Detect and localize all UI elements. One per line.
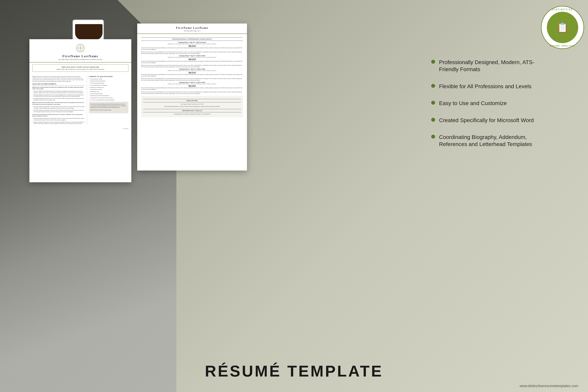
feature-bullet-4 xyxy=(431,118,435,122)
job-body-2b: Break up your text into very short parag… xyxy=(141,64,243,68)
job-body-4b: Break up your text into very short parag… xyxy=(141,91,243,94)
website-url: www.distinctiveresumetemplates.com xyxy=(520,384,578,388)
reason-text: The reason for entering your resume text… xyxy=(32,114,85,117)
page1-contact: City, State 00000 | 000.000.0000 | email… xyxy=(33,59,128,60)
company-3-name: Company Name ✦ City, ST ✦ 20XX to 20XX xyxy=(141,68,243,70)
bullet-2: Keywords relating to achievement: Focus … xyxy=(32,94,85,97)
testimonial-text: Has someone said something about you tha… xyxy=(90,103,127,108)
accomplishments-section-title: Selected Accomplishments xyxy=(32,83,85,86)
resume-page-1: FirstName LastName City, State 00000 | 0… xyxy=(30,39,131,182)
headline-title: REPLACE WITH YOUR FOCUS HEADLINE xyxy=(34,66,126,68)
bottom-page-title: RÉSUMÉ TEMPLATE xyxy=(0,362,588,380)
company-4: Company Name ✦ City, ST ✦ 20XX to 20XX R… xyxy=(141,82,243,84)
company-1-desc: Replace with a description of the compan… xyxy=(141,43,243,44)
company-1: Company Name ✦ City, ST ✦ 20XX to Presen… xyxy=(141,42,243,44)
bullet-4: Keywords relating to achievement: Pay sp… xyxy=(32,106,85,109)
experience-section-title: Professional Experience Highlights xyxy=(141,38,243,41)
bullet-7: Keywords relating to achievement: This i… xyxy=(32,122,85,124)
logo-brand-top: DISTINCTIVE xyxy=(552,8,573,10)
feature-text-3: Easy to Use and Customize xyxy=(439,100,507,107)
feature-item-1: Professionally Designed, Modern, ATS-Fri… xyxy=(431,59,553,73)
job-body-1b: Break up your text into very short parag… xyxy=(141,51,243,54)
feature-text-1: Professionally Designed, Modern, ATS-Fri… xyxy=(439,59,553,73)
company-2-desc: Replace with a description of the compan… xyxy=(141,57,243,58)
job-title-3: JOB TITLE xyxy=(141,72,243,73)
two-column-content: Replace with your own summary. Be very b… xyxy=(30,74,131,127)
features-panel: Professionally Designed, Modern, ATS-Fri… xyxy=(422,24,558,366)
qual-bullet-7: Qualifications, and xyxy=(89,91,128,92)
feature-item-5: Coordinating Biography, Addendum, Refere… xyxy=(431,134,553,148)
qual-bullet-6: That describe your skills, xyxy=(89,89,128,90)
right-column: Summary of Qualifications Use this space… xyxy=(87,76,128,125)
job-body-3b: Break up your text into very short parag… xyxy=(141,78,243,81)
bullet-6: Keywords relating to achievement: The AT… xyxy=(32,118,85,121)
company-3-desc: Replace with a description of the compan… xyxy=(141,70,243,71)
education-body: Your Degree, Name of University, City, S… xyxy=(143,103,241,105)
job-body-4a: Be very brief in describing your job res… xyxy=(141,87,243,90)
resume-page-2: FirstName LastName 000.000.0000 | Page 2… xyxy=(137,24,247,170)
company-2: Company Name ✦ City, ST ✦ 20XX to 20XX R… xyxy=(141,55,243,58)
education-certs: Name of Special Certification or Trainin… xyxy=(143,106,241,107)
qual-bullet-2: Keywords and keyword phrases xyxy=(89,80,128,82)
headline-sub: Replace With a Brief Statement Communica… xyxy=(34,68,126,70)
page1-header: FirstName LastName City, State 00000 | 0… xyxy=(30,39,131,62)
bullet-5: Keywords relating to achievement: When y… xyxy=(32,110,85,112)
feature-bullet-3 xyxy=(431,101,435,105)
main-container: FirstName LastName City, State 00000 | 0… xyxy=(30,24,558,366)
qual-bullet-10: Use to search for your resume once it is… xyxy=(89,97,128,99)
before-reading-text: Before you replace this text, please rea… xyxy=(32,102,85,105)
summary-text: Replace with your own summary. Be very b… xyxy=(32,76,85,82)
svg-point-2 xyxy=(80,47,81,49)
job-body-1a: Be very brief in describing your job res… xyxy=(141,47,243,50)
page2-name: FirstName LastName xyxy=(141,26,243,30)
headline-box: REPLACE WITH YOUR FOCUS HEADLINE Replace… xyxy=(32,64,128,72)
qual-bullet-5: Keywords are usually nouns xyxy=(89,87,128,88)
page1-name: FirstName LastName xyxy=(33,54,128,58)
job-title-2: JOB TITLE xyxy=(141,58,243,60)
bullet-1: Keywords relating to this bulleted achie… xyxy=(32,90,85,94)
feature-item-3: Easy to Use and Customize xyxy=(431,100,553,107)
left-column: Replace with your own summary. Be very b… xyxy=(32,76,87,125)
resume-pages-container: FirstName LastName City, State 00000 | 0… xyxy=(30,24,414,366)
tech-title: Technology Skills xyxy=(143,109,241,112)
continued-text: ...Continued xyxy=(30,127,131,130)
feature-text-2: Flexible for All Professions and Levels xyxy=(439,83,532,90)
qual-bullet-3: That are especially important xyxy=(89,82,128,84)
page2-contact: 000.000.0000 | Page 2 of 2 xyxy=(141,30,243,32)
qual-bullet-8: Areas of special expertise. xyxy=(89,93,128,95)
job-body-3a: Be very brief in describing your job res… xyxy=(141,74,243,77)
qual-bullet-4: In your target industry or profession xyxy=(89,85,128,86)
feature-item-2: Flexible for All Professions and Levels xyxy=(431,83,553,90)
job-title-1: JOB TITLE xyxy=(141,45,243,46)
qual-bullet-9: Keywords are the words that employers xyxy=(89,95,128,97)
ornament xyxy=(76,43,85,53)
company-3: Company Name ✦ City, ST ✦ 20XX to 20XX R… xyxy=(141,68,243,71)
testimonial-credit: Name of Person, Job Title, Company Name xyxy=(90,109,127,111)
job-body-2a: Be very brief in describing your job res… xyxy=(141,60,243,64)
page2-header: FirstName LastName 000.000.0000 | Page 2… xyxy=(137,24,247,34)
feature-bullet-5 xyxy=(431,135,435,138)
company-4-name: Company Name ✦ City, ST ✦ 20XX to 20XX xyxy=(141,82,243,83)
page2-content: Professional Experience Highlights Compa… xyxy=(137,34,247,119)
education-title: Education xyxy=(143,99,241,102)
job-title-4: JOB TITLE xyxy=(141,85,243,86)
tech-body: Technology Skill ✦ Or Rename or Eliminat… xyxy=(143,113,241,115)
feature-text-5: Coordinating Biography, Addendum, Refere… xyxy=(439,134,553,148)
company-2-name: Company Name ✦ City, ST ✦ 20XX to 20XX xyxy=(141,55,243,57)
qualifications-title: Summary of Qualifications xyxy=(89,76,128,78)
bullet-3: Keywords relating to achievement: You ca… xyxy=(32,98,85,101)
feature-bullet-1 xyxy=(431,60,435,64)
testimonial-box: Has someone said something about you tha… xyxy=(89,102,128,113)
feature-text-4: Created Specifically for Microsoft Word xyxy=(439,117,534,124)
qual-bullet-11: In an ATS; it is essential that you incl… xyxy=(89,99,128,101)
company-1-name: Company Name ✦ City, ST ✦ 20XX to Presen… xyxy=(141,42,243,43)
company-4-desc: Replace with a description of the compan… xyxy=(141,83,243,84)
education-section: Education Your Degree, Name of Universit… xyxy=(141,96,243,117)
accomplishments-intro: Replace with a statement about one major… xyxy=(32,86,85,90)
qual-bullet-1: Use this space to include xyxy=(89,78,128,80)
feature-bullet-2 xyxy=(431,84,435,88)
feature-item-4: Created Specifically for Microsoft Word xyxy=(431,117,553,124)
